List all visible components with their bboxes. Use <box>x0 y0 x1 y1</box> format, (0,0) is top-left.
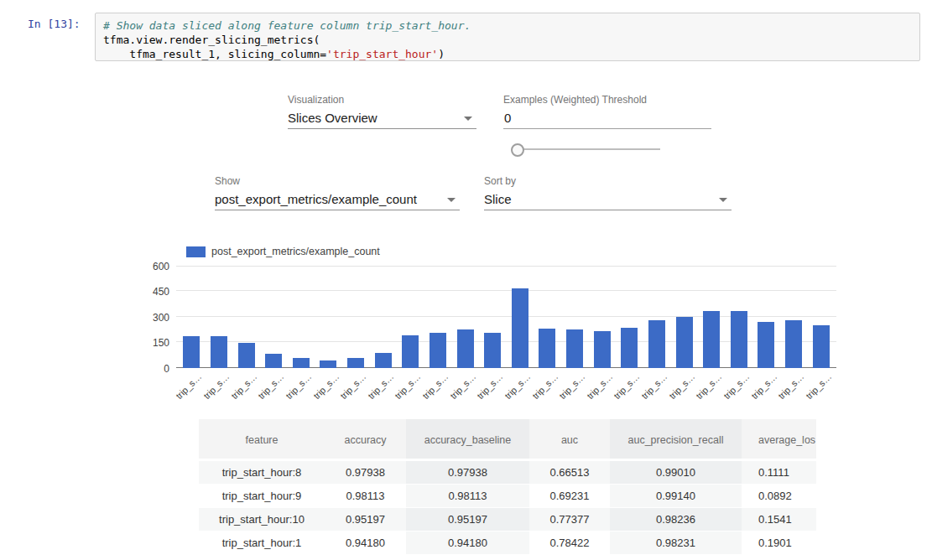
x-tick-label: trip_s… <box>667 371 696 401</box>
visualization-select[interactable]: Slices Overview <box>288 108 476 129</box>
x-tick: trip_s… <box>206 368 233 403</box>
column-header: accuracy_baseline <box>406 419 529 461</box>
x-tick: trip_s… <box>479 368 507 403</box>
x-tick: trip_s… <box>260 368 288 403</box>
x-tick: trip_s… <box>643 368 671 403</box>
threshold-input[interactable]: 0 <box>503 108 711 129</box>
bar <box>293 358 310 368</box>
show-value: post_export_metrics/example_count <box>215 192 417 206</box>
x-tick-label: trip_s… <box>557 371 586 401</box>
x-tick-label: trip_s… <box>502 371 532 401</box>
x-tick: trip_s… <box>726 368 753 403</box>
bar-slot <box>315 266 342 368</box>
x-tick-label: trip_s… <box>721 371 751 401</box>
x-tick-label: trip_s… <box>201 371 231 401</box>
x-tick-label: trip_s… <box>229 371 258 401</box>
threshold-value: 0 <box>504 111 511 125</box>
sort-by-select[interactable]: Slice <box>484 189 732 210</box>
bars-row <box>178 266 835 368</box>
x-tick: trip_s… <box>616 368 643 403</box>
x-tick-label: trip_s… <box>420 371 450 401</box>
metric-cell: 0.95197 <box>325 508 406 531</box>
x-tick-label: trip_s… <box>174 371 204 401</box>
slider-track[interactable] <box>518 148 660 150</box>
bar-slot <box>288 266 315 368</box>
bar-slot <box>260 266 288 368</box>
column-header: accuracy <box>325 419 406 461</box>
bar <box>566 329 583 368</box>
code-block[interactable]: # Show data sliced along feature column … <box>103 18 912 61</box>
bar <box>402 335 419 368</box>
chart-legend: post_export_metrics/example_count <box>186 246 380 257</box>
visualization-label: Visualization <box>288 94 344 106</box>
x-axis-labels: trip_s…trip_s…trip_s…trip_s…trip_s…trip_… <box>178 368 835 403</box>
bar-slot <box>479 266 507 368</box>
table-header-row: featureaccuracyaccuracy_baselineaucauc_p… <box>199 419 816 461</box>
slider-knob[interactable] <box>511 143 524 157</box>
bar <box>813 325 830 368</box>
table-row: trip_start_hour:100.951970.951970.773770… <box>199 508 816 531</box>
x-tick: trip_s… <box>507 368 534 403</box>
x-tick: trip_s… <box>288 368 315 403</box>
table-row: trip_start_hour:80.979380.979380.665130.… <box>199 461 816 485</box>
chevron-down-icon[interactable] <box>447 198 456 202</box>
sort-by-label: Sort by <box>484 175 516 187</box>
bar <box>703 311 720 368</box>
x-tick-label: trip_s… <box>256 371 285 401</box>
x-tick: trip_s… <box>424 368 452 403</box>
bar <box>539 329 555 368</box>
bar-slot <box>561 266 589 368</box>
bar-slot <box>726 266 753 368</box>
show-select[interactable]: post_export_metrics/example_count <box>215 189 460 210</box>
metric-cell: 0.97938 <box>325 461 406 485</box>
chevron-down-icon[interactable] <box>464 117 472 121</box>
threshold-slider[interactable] <box>511 143 660 156</box>
cell-prompt: In [13]: <box>28 18 91 30</box>
bar <box>265 354 282 368</box>
metric-cell: 0.98236 <box>610 508 742 531</box>
y-tick-label: 300 <box>133 312 169 324</box>
x-tick: trip_s… <box>451 368 479 403</box>
code-line[interactable]: # Show data sliced along feature column … <box>103 18 912 33</box>
x-tick-label: trip_s… <box>776 371 805 401</box>
bar-slot <box>424 266 452 368</box>
bar <box>731 311 747 368</box>
bar <box>211 336 227 368</box>
x-tick: trip_s… <box>807 368 835 403</box>
bar <box>758 322 774 368</box>
metric-cell: 0.1901 <box>742 531 816 555</box>
bar <box>320 360 336 368</box>
x-tick: trip_s… <box>698 368 726 403</box>
x-tick: trip_s… <box>588 368 616 403</box>
x-tick-label: trip_s… <box>804 371 833 401</box>
column-header: auc <box>529 419 610 461</box>
bar-slot <box>588 266 616 368</box>
bar <box>484 333 501 368</box>
bar <box>676 317 693 368</box>
feature-cell: trip_start_hour:1 <box>199 531 325 555</box>
metric-cell: 0.99140 <box>610 485 742 508</box>
chevron-down-icon[interactable] <box>719 198 727 202</box>
bar <box>785 320 802 368</box>
bar <box>648 320 665 368</box>
bar <box>457 329 474 368</box>
metric-cell: 0.77377 <box>529 508 610 531</box>
x-tick: trip_s… <box>342 368 370 403</box>
x-tick: trip_s… <box>232 368 260 403</box>
x-tick-label: trip_s… <box>585 371 614 401</box>
column-header: feature <box>199 419 325 461</box>
x-tick-label: trip_s… <box>338 371 367 401</box>
x-tick-label: trip_s… <box>393 371 423 401</box>
code-cell[interactable]: # Show data sliced along feature column … <box>95 13 920 61</box>
bar <box>183 336 200 368</box>
x-tick-label: trip_s… <box>612 371 642 401</box>
table-row: trip_start_hour:90.981130.981130.692310.… <box>199 485 816 508</box>
x-tick-label: trip_s… <box>694 371 723 401</box>
y-tick-label: 150 <box>133 337 169 349</box>
code-line[interactable]: tfma.view.render_slicing_metrics( <box>103 33 912 47</box>
x-tick: trip_s… <box>752 368 780 403</box>
bar-slot <box>670 266 698 368</box>
show-label: Show <box>215 175 240 187</box>
code-line[interactable]: tfma_result_1, slicing_column='trip_star… <box>103 47 912 61</box>
bar <box>621 328 638 368</box>
